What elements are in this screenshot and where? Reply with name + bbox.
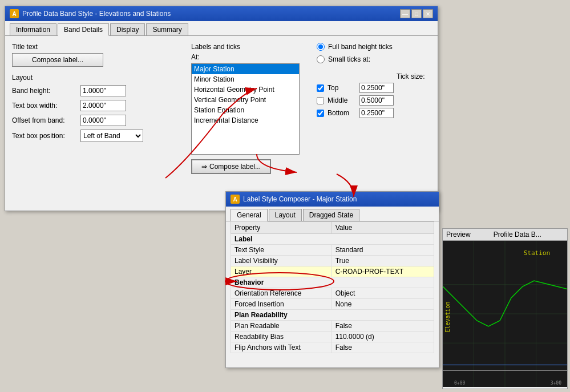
tick-size-spacer xyxy=(317,72,362,80)
layout-section: Layout Band height: Text box width: Offs… xyxy=(12,74,180,146)
composer-app-icon: A xyxy=(231,195,240,204)
band-height-input[interactable] xyxy=(80,85,126,96)
layout-label: Layout xyxy=(12,74,180,82)
layer-value: C-ROAD-PROF-TEXT xyxy=(332,266,434,277)
compose-label-text: Compose label... xyxy=(209,163,261,171)
property-table: Property Value Label Text Style Standard… xyxy=(231,221,434,353)
title-text-section: Title text Compose label... xyxy=(12,43,180,67)
offset-from-band-input[interactable] xyxy=(80,115,126,126)
top-tick-row: Top xyxy=(317,83,431,93)
window-controls: — □ ✕ xyxy=(400,9,433,18)
top-tick-checkbox[interactable] xyxy=(317,84,324,92)
composer-titlebar-left: A Label Style Composer - Major Station xyxy=(231,195,357,204)
readability-bias-row[interactable]: Readability Bias 110.0000 (d) xyxy=(231,332,434,342)
tab-band-details[interactable]: Band Details xyxy=(58,23,109,36)
composer-content: Property Value Label Text Style Standard… xyxy=(226,221,439,369)
label-visibility-row[interactable]: Label Visibility True xyxy=(231,256,434,266)
plan-readability-section-header: Plan Readability xyxy=(231,310,434,321)
behavior-section-label: Behavior xyxy=(231,277,434,288)
forced-insertion-row[interactable]: Forced Insertion None xyxy=(231,299,434,310)
band-height-row: Band height: xyxy=(12,85,180,96)
flip-anchors-row[interactable]: Flip Anchors with Text False xyxy=(231,342,434,353)
list-item-major-station[interactable]: Major Station xyxy=(192,64,299,74)
full-band-height-label: Full band height ticks xyxy=(328,43,393,51)
bottom-tick-label: Bottom xyxy=(328,109,356,117)
label-section-header: Label xyxy=(231,234,434,245)
tick-size-header: Tick size: xyxy=(397,72,425,80)
app-icon: A xyxy=(10,9,19,18)
text-box-position-row: Text box position: Left of Band Right of… xyxy=(12,130,180,142)
full-band-height-row: Full band height ticks xyxy=(317,43,431,51)
tab-summary[interactable]: Summary xyxy=(146,23,188,35)
plan-readable-value: False xyxy=(332,321,434,332)
list-item-station-equation[interactable]: Station Equation xyxy=(192,105,299,115)
labels-ticks-section: Labels and ticks At: Major Station Minor… xyxy=(191,43,305,204)
main-dialog-title: Profile Data Band Style - Elevations and… xyxy=(22,10,171,18)
middle-tick-input[interactable] xyxy=(359,95,394,106)
text-box-width-input[interactable] xyxy=(80,100,126,111)
property-column-header: Property xyxy=(231,222,332,234)
main-tab-bar: Information Band Details Display Summary xyxy=(5,21,438,36)
plan-readability-section-label: Plan Readability xyxy=(231,310,434,321)
composer-title: Label Style Composer - Major Station xyxy=(243,195,357,203)
forced-insertion-value: None xyxy=(332,299,434,310)
composer-tab-layout[interactable]: Layout xyxy=(269,209,302,221)
title-text-label: Title text xyxy=(12,43,180,51)
maximize-button[interactable]: □ xyxy=(411,9,422,18)
tick-line xyxy=(443,370,567,371)
composer-tab-dragged-state[interactable]: Dragged State xyxy=(303,209,359,221)
composer-titlebar: A Label Style Composer - Major Station xyxy=(226,192,439,207)
radio-group: Full band height ticks Small ticks at: xyxy=(317,43,431,63)
small-ticks-radio[interactable] xyxy=(317,55,325,63)
elevation-preview-text: Elevation xyxy=(444,301,451,332)
band-height-label: Band height: xyxy=(12,87,80,95)
station-label-1: 0+00 xyxy=(454,381,465,386)
composer-tab-general[interactable]: General xyxy=(231,209,268,221)
plan-readable-row[interactable]: Plan Readable False xyxy=(231,321,434,332)
text-box-position-select[interactable]: Left of Band Right of Band xyxy=(80,130,143,142)
bottom-tick-checkbox[interactable] xyxy=(317,110,324,117)
list-item-minor-station[interactable]: Minor Station xyxy=(192,74,299,84)
preview-grid xyxy=(443,241,567,387)
tab-display[interactable]: Display xyxy=(110,23,145,35)
close-button[interactable]: ✕ xyxy=(423,9,433,18)
text-style-property: Text Style xyxy=(231,245,332,256)
offset-from-band-label: Offset from band: xyxy=(12,116,80,124)
left-panel: Title text Compose label... Layout Band … xyxy=(12,43,180,204)
station-label-2: 3+00 xyxy=(551,381,561,386)
forced-insertion-property: Forced Insertion xyxy=(231,299,332,310)
labels-ticks-label: Labels and ticks xyxy=(191,43,305,51)
bottom-tick-input[interactable] xyxy=(359,108,394,118)
orientation-reference-row[interactable]: Orientation Reference Object xyxy=(231,288,434,299)
layer-property: Layer xyxy=(231,266,332,277)
at-list-box[interactable]: Major Station Minor Station Horizontal G… xyxy=(191,63,300,155)
top-tick-input[interactable] xyxy=(359,83,394,93)
profile-data-label: Profile Data B... xyxy=(494,231,541,239)
list-item-incremental-distance[interactable]: Incremental Distance xyxy=(192,115,299,126)
preview-header: Preview Profile Data B... xyxy=(443,229,567,241)
tab-information[interactable]: Information xyxy=(10,23,56,35)
text-style-row[interactable]: Text Style Standard xyxy=(231,245,434,256)
station-preview-text: Station xyxy=(524,249,550,257)
minimize-button[interactable]: — xyxy=(400,9,410,18)
small-ticks-row: Small ticks at: xyxy=(317,55,431,63)
preview-canvas: Station Elevation 0+00 3+00 xyxy=(443,241,567,387)
title-compose-button[interactable]: Compose label... xyxy=(12,53,103,67)
layer-row[interactable]: Layer C-ROAD-PROF-TEXT xyxy=(231,266,434,277)
list-item-horizontal-geometry[interactable]: Horizontal Geometry Point xyxy=(192,84,299,95)
text-style-value: Standard xyxy=(332,245,434,256)
orientation-reference-value: Object xyxy=(332,288,434,299)
full-band-height-radio[interactable] xyxy=(317,43,325,51)
behavior-section-header: Behavior xyxy=(231,277,434,288)
middle-tick-label: Middle xyxy=(328,96,356,104)
composer-tab-bar: General Layout Dragged State xyxy=(226,207,439,221)
list-item-vertical-geometry[interactable]: Vertical Geometry Point xyxy=(192,95,299,105)
readability-bias-value: 110.0000 (d) xyxy=(332,332,434,342)
main-dialog-content: Title text Compose label... Layout Band … xyxy=(5,36,438,211)
middle-tick-checkbox[interactable] xyxy=(317,97,324,104)
flip-anchors-property: Flip Anchors with Text xyxy=(231,342,332,353)
preview-label: Preview xyxy=(446,231,471,239)
composer-dialog: A Label Style Composer - Major Station G… xyxy=(225,191,439,368)
compose-label-button[interactable]: ⇒ Compose label... xyxy=(191,159,271,174)
at-label: At: xyxy=(191,53,305,61)
